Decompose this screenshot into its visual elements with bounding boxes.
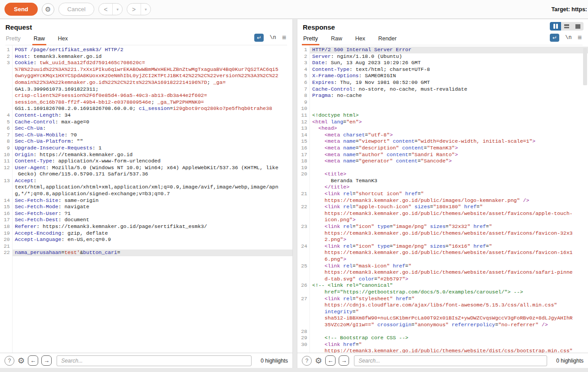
- search-settings-button[interactable]: ⚙: [315, 357, 322, 365]
- request-panel: Request PrettyRawHex ↵ \n ≡ 1POST /page/…: [0, 19, 293, 368]
- line-number: 6: [297, 79, 309, 86]
- code-line: 10: [297, 105, 588, 112]
- code-line: 13Accept: text/html,application/xhtml+xm…: [0, 178, 292, 197]
- word-wrap-toggle-icon[interactable]: ↵: [550, 34, 559, 42]
- scrollbar-thumb[interactable]: [583, 48, 587, 85]
- caret-down-icon[interactable]: ▾: [112, 4, 122, 15]
- code-line: 1POST /page/sertifikat_esmk3/ HTTP/2: [0, 47, 292, 53]
- tab-render[interactable]: Render: [378, 33, 397, 45]
- line-number: 20: [297, 171, 309, 191]
- code-line: 7Sec-Ch-Ua-Mobile: ?0: [0, 132, 292, 139]
- code-line: 20Accept-Language: en-US,en;q=0.9: [0, 236, 292, 243]
- code-line: 21 <link rel="shortcut icon" href=" http…: [297, 191, 588, 204]
- line-number: 22: [0, 249, 12, 256]
- chevron-right-icon: >: [127, 4, 141, 15]
- line-number: 10: [297, 105, 309, 112]
- code-line: 9Upgrade-Insecure-Requests: 1: [0, 145, 292, 152]
- columns-icon: [553, 24, 555, 29]
- line-number: 1: [0, 47, 12, 53]
- search-input[interactable]: [354, 355, 547, 366]
- prev-request-button[interactable]: < ▾: [98, 3, 123, 15]
- code-line: 22 <link rel="apple-touch-icon" sizes="1…: [297, 204, 588, 223]
- line-number: 10: [0, 152, 12, 158]
- line-number: 3: [297, 60, 309, 66]
- tab-hex[interactable]: Hex: [57, 33, 68, 45]
- search-prev-button[interactable]: ←: [325, 355, 336, 366]
- line-number: 15: [297, 138, 309, 145]
- code-line: 9: [297, 99, 588, 106]
- code-line: 19Accept-Encoding: gzip, deflate: [0, 230, 292, 237]
- code-line: 4Content-Length: 34: [0, 112, 292, 119]
- tab-pretty[interactable]: Pretty: [303, 33, 318, 45]
- request-searchbar: ? ⚙ ← → 0 highlights: [0, 353, 292, 368]
- search-next-button[interactable]: →: [41, 355, 52, 366]
- arrow-right-icon: →: [44, 357, 49, 364]
- next-request-button[interactable]: > ▾: [127, 3, 151, 15]
- request-title: Request: [5, 23, 287, 31]
- response-title: Response: [303, 23, 583, 31]
- request-editor[interactable]: 1POST /page/sertifikat_esmk3/ HTTP/22Hos…: [0, 45, 292, 353]
- line-number: 5: [297, 73, 309, 79]
- help-button[interactable]: ?: [302, 356, 312, 366]
- code-line: 16 <meta name="description" content="Tem…: [297, 145, 588, 152]
- editor-menu-icon[interactable]: ≡: [578, 34, 582, 41]
- layout-columns-button[interactable]: [550, 22, 561, 31]
- search-input[interactable]: [57, 355, 252, 366]
- word-wrap-toggle-icon[interactable]: ↵: [254, 34, 264, 42]
- line-number: 17: [0, 217, 12, 223]
- code-line: 17Sec-Fetch-Dest: document: [0, 217, 292, 223]
- line-number: 24: [297, 243, 309, 263]
- code-line: 12<html lang="en">: [297, 119, 588, 126]
- tab-pretty[interactable]: Pretty: [5, 33, 21, 45]
- search-prev-button[interactable]: ←: [28, 355, 38, 366]
- code-line: 14Sec-Fetch-Site: same-origin: [0, 197, 292, 204]
- code-line: 11Content-Type: application/x-www-form-u…: [0, 158, 292, 165]
- send-button[interactable]: Send: [4, 3, 38, 16]
- code-line: 17 <meta name="author" content="Sandri R…: [297, 152, 588, 158]
- panel-divider[interactable]: [293, 19, 297, 368]
- request-settings-button[interactable]: ⚙: [42, 3, 54, 16]
- line-number: 21: [0, 243, 12, 250]
- line-number: 22: [297, 204, 309, 223]
- help-icon: ?: [8, 358, 11, 364]
- code-line: 15Sec-Fetch-Mode: navigate: [0, 204, 292, 210]
- layout-rows-button[interactable]: [561, 22, 572, 31]
- code-line: 7Cache-Control: no-store, no-cache, must…: [297, 86, 588, 93]
- tab-raw[interactable]: Raw: [33, 33, 45, 45]
- line-number: 13: [297, 125, 309, 132]
- repeater-toolbar: Send ⚙ Cancel < ▾ > ▾ Target: https:: [0, 0, 588, 19]
- code-line: 21: [0, 243, 292, 250]
- tab-hex[interactable]: Hex: [355, 33, 366, 45]
- line-number: 8: [0, 138, 12, 145]
- show-newlines-toggle-icon[interactable]: \n: [270, 35, 276, 41]
- help-button[interactable]: ?: [4, 356, 14, 366]
- line-number: 8: [297, 92, 309, 99]
- line-number: 9: [0, 145, 12, 152]
- layout-single-button[interactable]: [572, 22, 584, 31]
- help-icon: ?: [305, 358, 309, 364]
- arrow-right-icon: →: [341, 357, 347, 364]
- search-next-button[interactable]: →: [339, 355, 349, 366]
- line-number: 5: [0, 119, 12, 126]
- search-settings-button[interactable]: ⚙: [18, 357, 25, 365]
- line-number: 21: [297, 191, 309, 204]
- editor-menu-icon[interactable]: ≡: [282, 34, 286, 41]
- caret-down-icon[interactable]: ▾: [141, 4, 150, 15]
- gear-icon: ⚙: [45, 6, 51, 13]
- code-line: 10Origin: https://temank3.kemnaker.go.id: [0, 152, 292, 158]
- line-number: 25: [297, 263, 309, 283]
- line-number: 4: [0, 112, 12, 119]
- line-number: 15: [0, 204, 12, 210]
- code-line: 4Content-Type: text/html; charset=UTF-8: [297, 66, 588, 73]
- cancel-button[interactable]: Cancel: [58, 3, 94, 16]
- show-newlines-toggle-icon[interactable]: \n: [565, 35, 571, 41]
- line-number: 20: [0, 236, 12, 243]
- response-editor[interactable]: 1HTTP/2 500 Internal Server Error2Server…: [297, 45, 588, 353]
- gear-icon: ⚙: [315, 356, 322, 365]
- code-line: 20 <title> Beranda TemanK3 </title>: [297, 171, 588, 191]
- tab-raw[interactable]: Raw: [331, 33, 343, 45]
- code-line: 5Cache-Control: max-age=0: [0, 119, 292, 126]
- line-number: 3: [0, 60, 12, 112]
- rows-icon: [564, 24, 569, 28]
- code-line: 29 <!-- Bootstrap core CSS -->: [297, 335, 588, 341]
